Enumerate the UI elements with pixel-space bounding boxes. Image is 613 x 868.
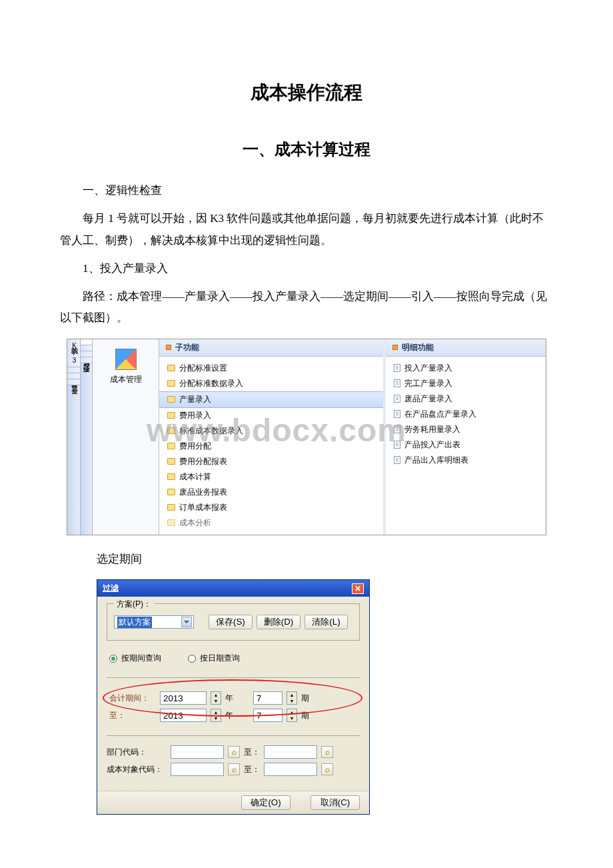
label-costobj-code: 成本对象代码：: [107, 764, 167, 775]
period-to-input[interactable]: [253, 709, 283, 722]
detail-function-header-label: 明细功能: [402, 342, 434, 353]
year-to-spinner[interactable]: ▲▼: [211, 709, 221, 722]
detail-item-labor-usage[interactable]: 劳务耗用量录入: [386, 422, 546, 437]
list-item-label: 费用分配报表: [179, 456, 227, 467]
save-button[interactable]: 保存(S): [209, 615, 253, 629]
sub-item-expense-report[interactable]: 费用分配报表: [159, 454, 383, 469]
label-dept-code: 部门代码：: [107, 747, 167, 758]
cancel-button[interactable]: 取消(C): [310, 795, 360, 810]
sub-item-cost-analysis[interactable]: 成本分析: [159, 515, 383, 531]
module-tab-hr[interactable]: 人力资源: [81, 351, 92, 357]
detail-item-scrap-qty[interactable]: 废品产量录入: [386, 391, 546, 407]
dept-from-input[interactable]: [171, 745, 224, 759]
para-monthly: 每月 1 号就可以开始，因 K3 软件问题或其他单据问题，每月初就要先进行成本计…: [60, 208, 553, 251]
side-tab-finance[interactable]: 财务会计: [67, 367, 80, 373]
sub-item-expense-entry[interactable]: 费用录入: [159, 408, 383, 423]
sub-function-header: 子功能: [159, 339, 383, 357]
folder-icon: [167, 458, 175, 465]
detail-item-complete-qty[interactable]: 完工产量录入: [386, 376, 546, 391]
close-button[interactable]: ✕: [352, 583, 364, 594]
label-to: 至：: [109, 710, 156, 721]
side-tab-fund[interactable]: 资金: [67, 379, 80, 385]
list-item-label: 废品业务报表: [179, 487, 227, 498]
file-icon: [394, 441, 400, 449]
radio-icon: [109, 655, 117, 663]
list-item-label: 成本计算: [179, 471, 211, 483]
list-item-label: 投入产量录入: [404, 363, 452, 374]
para-input-qty: 1、投入产量录入: [60, 258, 553, 279]
clear-button[interactable]: 清除(L): [305, 615, 347, 629]
sub-item-cost-calc[interactable]: 成本计算: [159, 469, 383, 485]
k3-module-tab-strip: 成本管理 生产管理 人力资源 企业绩: [81, 339, 93, 535]
list-item-label: 分配标准设置: [179, 363, 227, 374]
file-icon: [394, 379, 400, 387]
unit-year: 年: [225, 693, 233, 704]
list-item-label: 标准成本数据录入: [179, 425, 243, 437]
dept-to-input[interactable]: [264, 745, 317, 759]
folder-icon: [167, 504, 175, 511]
module-tab-prod[interactable]: 生产管理: [81, 345, 92, 351]
costobj-to-input[interactable]: [264, 763, 317, 776]
period-to-spinner[interactable]: ▲▼: [287, 709, 297, 722]
module-tab-cost[interactable]: 成本管理: [81, 339, 92, 345]
sub-function-column: 子功能 分配标准设置 分配标准数据录入 产量录入 费用录入 标准成本数据录入 费…: [159, 339, 386, 535]
label-acct-period: 会计期间：: [109, 693, 156, 704]
module-tab-perf[interactable]: 企业绩: [81, 357, 92, 363]
folder-icon: [167, 519, 175, 526]
k3-nav-column: 成本管理: [93, 339, 159, 535]
ok-button[interactable]: 确定(O): [241, 795, 291, 810]
sub-item-std-cost-data[interactable]: 标准成本数据录入: [159, 423, 383, 439]
list-item-label: 产品投入产出表: [404, 439, 460, 451]
sub-item-alloc-data[interactable]: 分配标准数据录入: [159, 376, 383, 391]
folder-icon: [167, 473, 175, 480]
detail-item-stock-io-detail[interactable]: 产品出入库明细表: [386, 453, 546, 468]
list-item-label: 废品产量录入: [404, 393, 452, 405]
list-item-label: 完工产量录入: [404, 378, 452, 389]
detail-item-io-report[interactable]: 产品投入产出表: [386, 437, 546, 453]
label-to-sep: 至：: [244, 747, 260, 758]
para-select-period: 选定期间: [97, 549, 553, 570]
delete-button[interactable]: 删除(D): [257, 615, 301, 629]
filter-dialog: 过滤 ✕ 方案(P)： 默认方案 保存(S) 删除(D) 清除(L) 按期间查询: [97, 579, 370, 815]
year-from-spinner[interactable]: ▲▼: [211, 691, 221, 705]
list-item-label: 分配标准数据录入: [179, 378, 243, 389]
plan-dropdown[interactable]: 默认方案: [114, 615, 194, 629]
section-title: 一、成本计算过程: [60, 139, 553, 160]
k3-panel: 我的K/3 财务会计 管理会计 资金 成本管理 生产管理 人力资源 企业绩 成本…: [67, 339, 546, 535]
nav-label[interactable]: 成本管理: [93, 374, 159, 385]
folder-icon: [167, 396, 175, 403]
period-from-spinner[interactable]: ▲▼: [287, 691, 297, 705]
detail-function-header: 明细功能: [386, 339, 546, 357]
radio-by-period[interactable]: 按期间查询: [109, 653, 161, 664]
para-path: 路径：成本管理——产量录入——投入产量录入——选定期间——引入——按照向导完成（…: [60, 286, 553, 329]
dept-to-picker[interactable]: ⌕: [321, 746, 333, 758]
list-item-label: 在产品盘点产量录入: [404, 409, 476, 420]
sub-item-output-entry[interactable]: 产量录入: [159, 391, 383, 408]
side-tab-myk3[interactable]: 我的K/3: [67, 339, 80, 367]
dialog-footer: 确定(O) 取消(C): [97, 791, 369, 814]
folder-icon: [167, 412, 175, 419]
sub-function-list: 分配标准设置 分配标准数据录入 产量录入 费用录入 标准成本数据录入 费用分配 …: [159, 357, 383, 535]
k3-side-tab-strip: 我的K/3 财务会计 管理会计 资金: [67, 339, 81, 535]
side-tab-mgmt[interactable]: 管理会计: [67, 373, 80, 379]
costobj-to-picker[interactable]: ⌕: [321, 763, 333, 775]
sub-item-scrap-report[interactable]: 废品业务报表: [159, 485, 383, 500]
plan-dropdown-value: 默认方案: [117, 617, 152, 628]
detail-function-column: 明细功能 投入产量录入 完工产量录入 废品产量录入 在产品盘点产量录入 劳务耗用…: [386, 339, 546, 535]
sub-item-alloc-std[interactable]: 分配标准设置: [159, 361, 383, 376]
radio-label: 按期间查询: [121, 653, 161, 664]
detail-function-list: 投入产量录入 完工产量录入 废品产量录入 在产品盘点产量录入 劳务耗用量录入 产…: [386, 357, 546, 472]
year-to-input[interactable]: [160, 709, 207, 722]
sub-item-expense-alloc[interactable]: 费用分配: [159, 439, 383, 454]
year-from-input[interactable]: [160, 691, 207, 705]
radio-by-date[interactable]: 按日期查询: [188, 653, 240, 664]
unit-period: 期: [301, 693, 309, 704]
detail-item-wip-qty[interactable]: 在产品盘点产量录入: [386, 407, 546, 422]
detail-item-input-qty[interactable]: 投入产量录入: [386, 361, 546, 376]
sub-item-order-cost-report[interactable]: 订单成本报表: [159, 500, 383, 515]
period-groupbox: 会计期间： ▲▼ 年 ▲▼ 期 至： ▲▼ 年 ▲▼ 期: [107, 677, 360, 736]
costobj-from-picker[interactable]: ⌕: [228, 763, 240, 775]
costobj-from-input[interactable]: [171, 763, 224, 776]
period-from-input[interactable]: [253, 691, 283, 705]
dept-from-picker[interactable]: ⌕: [228, 746, 240, 758]
